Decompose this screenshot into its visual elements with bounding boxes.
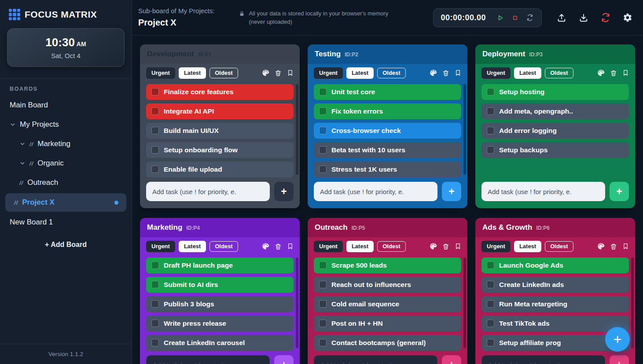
download-icon[interactable] <box>578 12 589 23</box>
bookmark-icon[interactable] <box>455 243 461 250</box>
task-checkbox[interactable] <box>487 261 494 269</box>
filter-latest-button[interactable]: Latest <box>346 67 374 79</box>
task-item[interactable]: Draft PH launch page <box>146 257 294 273</box>
task-checkbox[interactable] <box>319 320 327 327</box>
filter-latest-button[interactable]: Latest <box>514 67 541 79</box>
filter-oldest-button[interactable]: Oldest <box>545 241 573 252</box>
sidebar-item-my-projects[interactable]: My Projects <box>0 115 132 134</box>
task-item[interactable]: Post on IH + HN <box>314 316 461 331</box>
chevron-down-icon[interactable] <box>10 121 16 128</box>
scrollbar[interactable] <box>296 84 298 175</box>
bookmark-icon[interactable] <box>287 243 294 250</box>
chevron-down-icon[interactable] <box>19 160 26 166</box>
palette-icon[interactable] <box>597 69 605 77</box>
task-checkbox[interactable] <box>487 146 494 154</box>
sidebar-item-project-x[interactable]: // Project X <box>5 193 126 212</box>
filter-latest-button[interactable]: Latest <box>346 241 374 252</box>
add-task-button[interactable]: + <box>274 355 294 364</box>
task-item[interactable]: Launch Google Ads <box>481 257 629 273</box>
task-checkbox[interactable] <box>151 320 159 327</box>
filter-oldest-button[interactable]: Oldest <box>209 68 238 79</box>
task-checkbox[interactable] <box>319 88 327 96</box>
task-checkbox[interactable] <box>151 300 159 308</box>
task-item[interactable]: Write press release <box>146 316 294 331</box>
task-item[interactable]: Beta test with 10 users <box>314 142 461 158</box>
task-checkbox[interactable] <box>319 281 327 288</box>
task-item[interactable]: Cold email sequence <box>314 296 461 312</box>
sidebar-item-organic[interactable]: // Organic <box>0 154 132 173</box>
task-item[interactable]: Setup onboarding flow <box>146 142 294 158</box>
task-checkbox[interactable] <box>319 300 327 308</box>
task-checkbox[interactable] <box>151 127 159 134</box>
task-item[interactable]: Setup hosting <box>481 84 629 100</box>
task-checkbox[interactable] <box>487 107 494 115</box>
scrollbar[interactable] <box>463 84 466 175</box>
task-checkbox[interactable] <box>151 281 159 288</box>
filter-oldest-button[interactable]: Oldest <box>209 241 238 252</box>
task-item[interactable]: Scrape 500 leads <box>314 257 461 273</box>
scrollbar[interactable] <box>296 257 298 348</box>
task-item[interactable]: Enable file upload <box>146 162 294 177</box>
trash-icon[interactable] <box>442 70 449 77</box>
task-checkbox[interactable] <box>319 146 327 154</box>
task-item[interactable]: Add error logging <box>481 123 629 139</box>
add-task-button[interactable]: + <box>610 182 629 201</box>
timer-play-button[interactable] <box>496 13 505 22</box>
palette-icon[interactable] <box>262 243 269 250</box>
task-item[interactable]: Cross-browser check <box>314 123 461 139</box>
trash-icon[interactable] <box>275 70 282 77</box>
palette-icon[interactable] <box>430 69 437 77</box>
task-checkbox[interactable] <box>151 261 159 269</box>
fab-add-button[interactable]: + <box>605 327 630 352</box>
task-checkbox[interactable] <box>151 165 159 173</box>
trash-icon[interactable] <box>610 70 617 77</box>
task-item[interactable]: Build main UI/UX <box>146 123 294 139</box>
timer-stop-button[interactable] <box>511 14 519 22</box>
task-checkbox[interactable] <box>487 320 494 327</box>
task-item[interactable]: Submit to AI dirs <box>146 277 294 293</box>
task-item[interactable]: Integrate AI API <box>146 103 294 119</box>
filter-urgent-button[interactable]: Urgent <box>481 67 511 79</box>
task-item[interactable]: Contact bootcamps (general) <box>314 335 461 351</box>
bookmark-icon[interactable] <box>455 70 461 76</box>
task-item[interactable]: Fix token errors <box>314 103 461 119</box>
task-checkbox[interactable] <box>487 127 494 134</box>
sidebar-item-new-board-1[interactable]: New Board 1 <box>0 213 132 232</box>
task-item[interactable]: Publish 3 blogs <box>146 296 294 312</box>
filter-oldest-button[interactable]: Oldest <box>377 241 405 252</box>
task-checkbox[interactable] <box>319 339 327 346</box>
task-item[interactable]: Stress test 1K users <box>314 162 461 177</box>
task-checkbox[interactable] <box>319 127 327 134</box>
add-task-button[interactable]: + <box>274 182 294 201</box>
trash-icon[interactable] <box>275 243 282 250</box>
task-item[interactable]: Test TikTok ads <box>481 316 629 331</box>
upload-icon[interactable] <box>556 12 567 23</box>
task-checkbox[interactable] <box>487 300 494 308</box>
task-item[interactable]: Create LinkedIn ads <box>481 277 629 293</box>
filter-latest-button[interactable]: Latest <box>179 67 206 79</box>
bookmark-icon[interactable] <box>622 243 629 250</box>
palette-icon[interactable] <box>262 69 269 77</box>
bookmark-icon[interactable] <box>287 70 294 76</box>
sidebar-item-outreach[interactable]: // Outreach <box>0 173 132 192</box>
trash-icon[interactable] <box>442 243 449 250</box>
add-task-input[interactable] <box>146 355 270 364</box>
filter-urgent-button[interactable]: Urgent <box>146 67 175 79</box>
filter-latest-button[interactable]: Latest <box>179 241 206 252</box>
timer-reset-button[interactable] <box>525 13 534 22</box>
add-task-input[interactable] <box>314 182 437 201</box>
task-checkbox[interactable] <box>319 165 327 173</box>
scrollbar[interactable] <box>631 257 634 348</box>
filter-urgent-button[interactable]: Urgent <box>314 67 343 79</box>
add-task-button[interactable]: + <box>442 182 461 201</box>
task-checkbox[interactable] <box>151 146 159 154</box>
task-checkbox[interactable] <box>151 88 159 96</box>
add-board-button[interactable]: + Add Board <box>0 235 132 255</box>
task-checkbox[interactable] <box>487 339 494 346</box>
task-checkbox[interactable] <box>151 339 159 346</box>
filter-oldest-button[interactable]: Oldest <box>377 68 405 79</box>
task-item[interactable]: Finalize core features <box>146 84 294 100</box>
task-item[interactable]: Unit test core <box>314 84 461 100</box>
bookmark-icon[interactable] <box>622 70 629 76</box>
sidebar-item-marketing[interactable]: // Marketing <box>0 134 132 154</box>
